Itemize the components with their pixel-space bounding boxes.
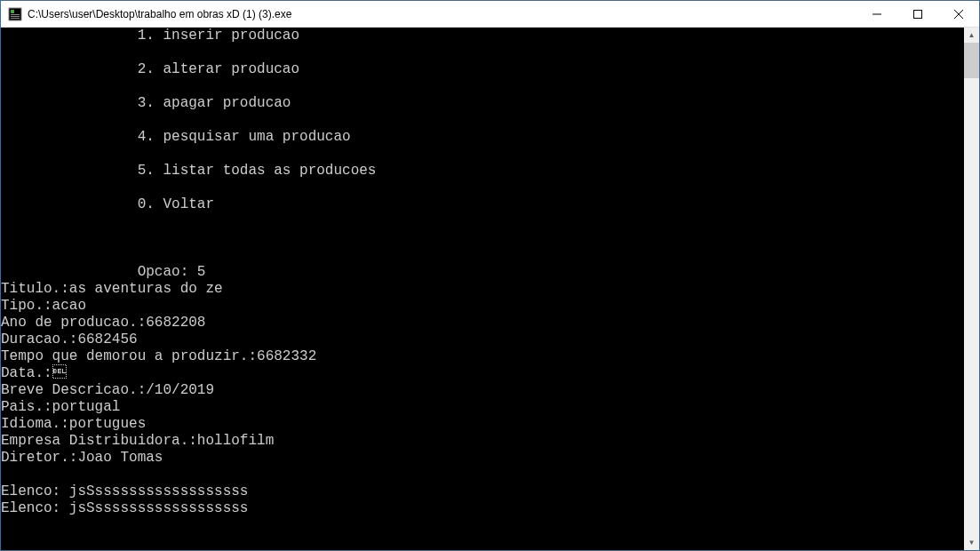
blank-line (1, 467, 964, 483)
chevron-down-icon: ▼ (968, 539, 976, 547)
blank-line (1, 213, 964, 230)
chevron-up-icon: ▲ (968, 31, 976, 39)
output-tipo: Tipo.:acao (1, 298, 964, 315)
output-duracao: Duracao.:6682456 (1, 331, 964, 348)
output-elenco2: Elenco: jsSssssssssssssssssss (1, 500, 964, 517)
output-elenco1: Elenco: jsSssssssssssssssssss (1, 483, 964, 500)
window-title: C:\Users\user\Desktop\trabalho em obras … (28, 8, 857, 20)
blank-line (1, 112, 964, 129)
svg-rect-2 (11, 14, 20, 15)
output-pais: Pais.:portugal (1, 399, 964, 416)
vertical-scrollbar[interactable]: ▲ ▼ (964, 28, 979, 550)
blank-line (1, 230, 964, 247)
output-diretor: Diretor.:Joao Tomas (1, 450, 964, 467)
minimize-button[interactable] (857, 1, 897, 27)
menu-item-0: 0. Voltar (1, 196, 964, 213)
menu-item-5: 5. listar todas as producoes (1, 163, 964, 180)
scrollbar-up-button[interactable]: ▲ (964, 28, 979, 43)
svg-rect-6 (914, 10, 922, 18)
maximize-button[interactable] (897, 1, 938, 27)
output-data: Data.: (1, 365, 964, 382)
blank-line (1, 247, 964, 264)
svg-rect-1 (11, 10, 14, 13)
scrollbar-track[interactable] (964, 43, 979, 535)
option-prompt: Opcao: 5 (1, 264, 964, 281)
application-window: C:\Users\user\Desktop\trabalho em obras … (0, 0, 980, 551)
svg-rect-3 (11, 16, 20, 17)
output-descricao: Breve Descricao.:/10/2019 (1, 382, 964, 399)
blank-line (1, 146, 964, 163)
menu-item-1: 1. inserir producao (1, 28, 964, 44)
menu-item-3: 3. apagar producao (1, 95, 964, 112)
output-ano: Ano de producao.:6682208 (1, 315, 964, 331)
content-area: 1. inserir producao 2. alterar producao … (1, 28, 979, 550)
menu-item-4: 4. pesquisar uma producao (1, 129, 964, 146)
app-icon (8, 7, 22, 21)
blank-line (1, 78, 964, 95)
scrollbar-down-button[interactable]: ▼ (964, 535, 979, 550)
close-button[interactable] (938, 1, 979, 27)
output-titulo: Titulo.:as aventuras do ze (1, 281, 964, 298)
window-controls (857, 1, 979, 27)
scrollbar-thumb[interactable] (964, 43, 979, 78)
output-tempo: Tempo que demorou a produzir.:6682332 (1, 348, 964, 365)
output-empresa: Empresa Distribuidora.:hollofilm (1, 433, 964, 450)
output-idioma: Idioma.:portugues (1, 416, 964, 433)
console-output[interactable]: 1. inserir producao 2. alterar producao … (1, 28, 964, 550)
blank-line (1, 180, 964, 196)
blank-line (1, 44, 964, 61)
menu-item-2: 2. alterar producao (1, 61, 964, 78)
svg-rect-4 (11, 18, 20, 19)
titlebar[interactable]: C:\Users\user\Desktop\trabalho em obras … (1, 1, 979, 28)
